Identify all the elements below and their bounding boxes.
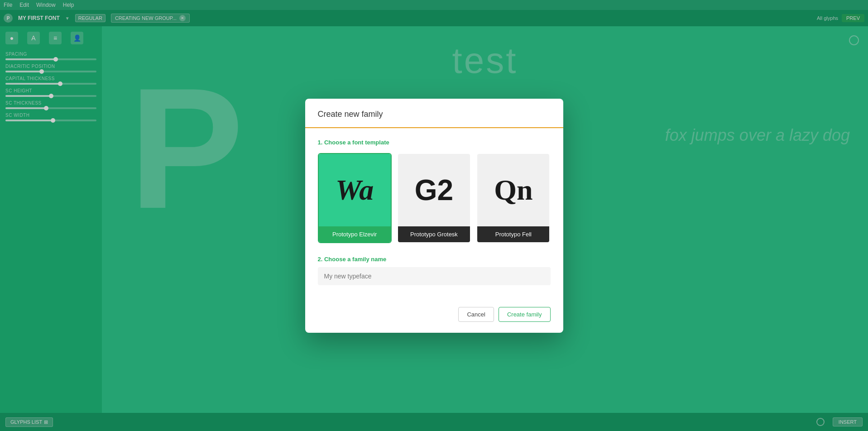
elzevir-preview: Wa [319, 154, 391, 226]
fell-preview: Qn [477, 154, 549, 226]
elzevir-label: Prototypo Elzevir [319, 226, 391, 242]
create-family-modal: Create new family 1. Choose a font templ… [305, 99, 563, 333]
grotesk-label: Prototypo Grotesk [398, 226, 470, 242]
modal-overlay: Create new family 1. Choose a font templ… [0, 0, 868, 431]
template-card-elzevir[interactable]: Wa Prototypo Elzevir [318, 153, 392, 243]
step1-number: 1. [318, 139, 323, 146]
fell-label: Prototypo Fell [477, 226, 549, 242]
modal-footer: Cancel Create family [305, 307, 563, 333]
step2-number: 2. [318, 256, 323, 263]
modal-title: Create new family [318, 110, 551, 119]
grotesk-preview: G2 [398, 154, 470, 226]
family-name-input[interactable] [318, 267, 551, 285]
template-cards-container: Wa Prototypo Elzevir G2 Prototypo Grotes… [318, 153, 551, 243]
cancel-button[interactable]: Cancel [458, 307, 494, 322]
modal-header: Create new family [305, 99, 563, 128]
modal-body: 1. Choose a font template Wa Prototypo E… [305, 128, 563, 307]
template-card-grotesk[interactable]: G2 Prototypo Grotesk [397, 153, 471, 243]
step1-text: Choose a font template [324, 139, 389, 146]
step1-label: 1. Choose a font template [318, 139, 551, 146]
step2-label: 2. Choose a family name [318, 256, 551, 263]
step2-text: Choose a family name [324, 256, 386, 263]
template-card-fell[interactable]: Qn Prototypo Fell [476, 153, 550, 243]
create-family-button[interactable]: Create family [499, 307, 551, 322]
